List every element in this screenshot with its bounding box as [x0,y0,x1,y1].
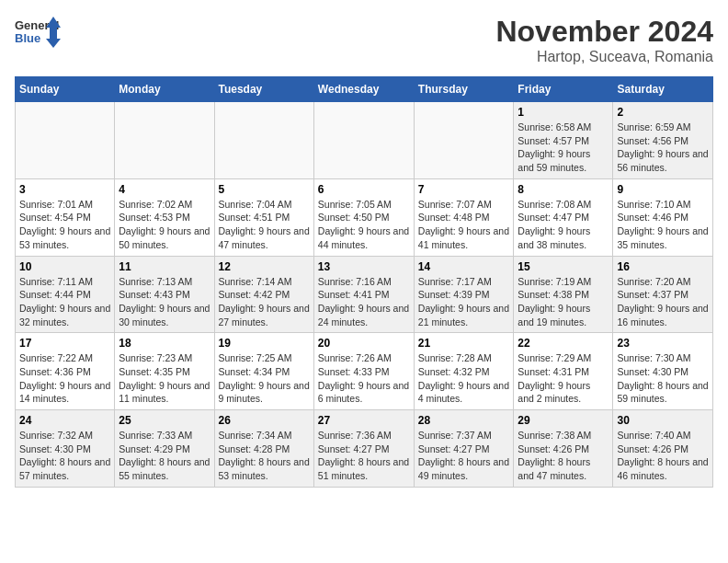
calendar-cell: 14Sunrise: 7:17 AM Sunset: 4:39 PM Dayli… [414,256,514,333]
day-number: 22 [518,337,609,350]
calendar-cell: 10Sunrise: 7:11 AM Sunset: 4:44 PM Dayli… [16,256,115,333]
calendar-cell: 27Sunrise: 7:36 AM Sunset: 4:27 PM Dayli… [313,410,414,488]
calendar-cell [313,102,414,179]
week-row-2: 10Sunrise: 7:11 AM Sunset: 4:44 PM Dayli… [16,256,713,333]
calendar-cell: 1Sunrise: 6:58 AM Sunset: 4:57 PM Daylig… [514,102,613,179]
day-number: 30 [617,414,709,427]
day-number: 1 [518,106,609,119]
day-info: Sunrise: 7:02 AM Sunset: 4:53 PM Dayligh… [119,198,210,252]
day-number: 9 [617,183,709,196]
day-number: 10 [19,260,110,273]
week-row-0: 1Sunrise: 6:58 AM Sunset: 4:57 PM Daylig… [16,102,713,179]
day-number: 6 [318,183,410,196]
calendar-cell: 28Sunrise: 7:37 AM Sunset: 4:27 PM Dayli… [414,410,514,488]
calendar-cell: 3Sunrise: 7:01 AM Sunset: 4:54 PM Daylig… [16,178,115,256]
day-number: 12 [219,260,310,273]
day-number: 3 [19,183,110,196]
day-number: 19 [219,337,310,350]
day-number: 27 [318,414,410,427]
day-number: 16 [617,260,709,273]
day-number: 20 [318,337,410,350]
calendar-cell: 12Sunrise: 7:14 AM Sunset: 4:42 PM Dayli… [214,256,313,333]
header: General Blue November 2024 Hartop, Sucea… [15,15,713,65]
weekday-header-friday: Friday [514,77,613,102]
day-info: Sunrise: 7:22 AM Sunset: 4:36 PM Dayligh… [19,351,110,406]
calendar-cell: 5Sunrise: 7:04 AM Sunset: 4:51 PM Daylig… [214,178,313,256]
day-info: Sunrise: 6:58 AM Sunset: 4:57 PM Dayligh… [518,121,609,175]
day-info: Sunrise: 7:05 AM Sunset: 4:50 PM Dayligh… [318,198,410,252]
day-number: 25 [119,414,210,427]
day-number: 8 [518,183,609,196]
week-row-4: 24Sunrise: 7:32 AM Sunset: 4:30 PM Dayli… [16,410,713,488]
day-info: Sunrise: 7:29 AM Sunset: 4:31 PM Dayligh… [518,351,609,406]
day-number: 17 [19,337,110,350]
location-title: Hartop, Suceava, Romania [495,49,713,65]
weekday-header-wednesday: Wednesday [313,77,414,102]
calendar-cell: 21Sunrise: 7:28 AM Sunset: 4:32 PM Dayli… [414,333,514,410]
day-number: 14 [418,260,510,273]
calendar-cell: 8Sunrise: 7:08 AM Sunset: 4:47 PM Daylig… [514,178,613,256]
day-info: Sunrise: 7:38 AM Sunset: 4:26 PM Dayligh… [518,429,609,483]
day-info: Sunrise: 7:07 AM Sunset: 4:48 PM Dayligh… [418,198,510,252]
calendar-cell: 11Sunrise: 7:13 AM Sunset: 4:43 PM Dayli… [115,256,214,333]
day-info: Sunrise: 7:11 AM Sunset: 4:44 PM Dayligh… [19,275,110,329]
day-info: Sunrise: 7:17 AM Sunset: 4:39 PM Dayligh… [418,275,510,329]
day-info: Sunrise: 7:37 AM Sunset: 4:27 PM Dayligh… [418,429,510,483]
calendar-cell: 2Sunrise: 6:59 AM Sunset: 4:56 PM Daylig… [613,102,713,179]
day-number: 15 [518,260,609,273]
day-number: 5 [219,183,310,196]
calendar-cell: 26Sunrise: 7:34 AM Sunset: 4:28 PM Dayli… [214,410,313,488]
calendar-cell: 23Sunrise: 7:30 AM Sunset: 4:30 PM Dayli… [613,333,713,410]
day-number: 13 [318,260,410,273]
calendar-cell: 25Sunrise: 7:33 AM Sunset: 4:29 PM Dayli… [115,410,214,488]
calendar-cell: 18Sunrise: 7:23 AM Sunset: 4:35 PM Dayli… [115,333,214,410]
logo-svg: General Blue [15,15,61,56]
week-row-3: 17Sunrise: 7:22 AM Sunset: 4:36 PM Dayli… [16,333,713,410]
weekday-header-monday: Monday [115,77,214,102]
calendar-cell: 20Sunrise: 7:26 AM Sunset: 4:33 PM Dayli… [313,333,414,410]
logo: General Blue [15,15,61,56]
day-info: Sunrise: 7:04 AM Sunset: 4:51 PM Dayligh… [219,198,310,252]
calendar-cell: 30Sunrise: 7:40 AM Sunset: 4:26 PM Dayli… [613,410,713,488]
calendar-cell [214,102,313,179]
day-number: 28 [418,414,510,427]
month-title: November 2024 [495,15,713,49]
day-info: Sunrise: 7:40 AM Sunset: 4:26 PM Dayligh… [617,429,709,483]
day-number: 24 [19,414,110,427]
calendar-table: SundayMondayTuesdayWednesdayThursdayFrid… [15,76,713,488]
calendar-cell: 6Sunrise: 7:05 AM Sunset: 4:50 PM Daylig… [313,178,414,256]
day-number: 29 [518,414,609,427]
calendar-cell: 4Sunrise: 7:02 AM Sunset: 4:53 PM Daylig… [115,178,214,256]
day-number: 7 [418,183,510,196]
day-number: 11 [119,260,210,273]
calendar-cell: 19Sunrise: 7:25 AM Sunset: 4:34 PM Dayli… [214,333,313,410]
week-row-1: 3Sunrise: 7:01 AM Sunset: 4:54 PM Daylig… [16,178,713,256]
day-info: Sunrise: 7:32 AM Sunset: 4:30 PM Dayligh… [19,429,110,483]
day-info: Sunrise: 7:16 AM Sunset: 4:41 PM Dayligh… [318,275,410,329]
calendar-cell: 7Sunrise: 7:07 AM Sunset: 4:48 PM Daylig… [414,178,514,256]
weekday-header-row: SundayMondayTuesdayWednesdayThursdayFrid… [16,77,713,102]
calendar-cell: 29Sunrise: 7:38 AM Sunset: 4:26 PM Dayli… [514,410,613,488]
weekday-header-saturday: Saturday [613,77,713,102]
calendar-cell: 17Sunrise: 7:22 AM Sunset: 4:36 PM Dayli… [16,333,115,410]
day-info: Sunrise: 7:08 AM Sunset: 4:47 PM Dayligh… [518,198,609,252]
day-info: Sunrise: 7:25 AM Sunset: 4:34 PM Dayligh… [219,351,310,406]
svg-text:Blue: Blue [15,31,40,45]
day-info: Sunrise: 7:19 AM Sunset: 4:38 PM Dayligh… [518,275,609,329]
calendar-cell: 24Sunrise: 7:32 AM Sunset: 4:30 PM Dayli… [16,410,115,488]
day-info: Sunrise: 7:36 AM Sunset: 4:27 PM Dayligh… [318,429,410,483]
calendar-cell: 9Sunrise: 7:10 AM Sunset: 4:46 PM Daylig… [613,178,713,256]
day-info: Sunrise: 7:14 AM Sunset: 4:42 PM Dayligh… [219,275,310,329]
day-number: 23 [617,337,709,350]
calendar-cell: 22Sunrise: 7:29 AM Sunset: 4:31 PM Dayli… [514,333,613,410]
calendar-cell [115,102,214,179]
calendar-cell [414,102,514,179]
day-info: Sunrise: 7:26 AM Sunset: 4:33 PM Dayligh… [318,351,410,406]
day-info: Sunrise: 7:13 AM Sunset: 4:43 PM Dayligh… [119,275,210,329]
day-info: Sunrise: 7:30 AM Sunset: 4:30 PM Dayligh… [617,351,709,406]
day-info: Sunrise: 7:01 AM Sunset: 4:54 PM Dayligh… [19,198,110,252]
calendar-cell [16,102,115,179]
day-number: 2 [617,106,709,119]
day-info: Sunrise: 6:59 AM Sunset: 4:56 PM Dayligh… [617,121,709,175]
day-info: Sunrise: 7:20 AM Sunset: 4:37 PM Dayligh… [617,275,709,329]
